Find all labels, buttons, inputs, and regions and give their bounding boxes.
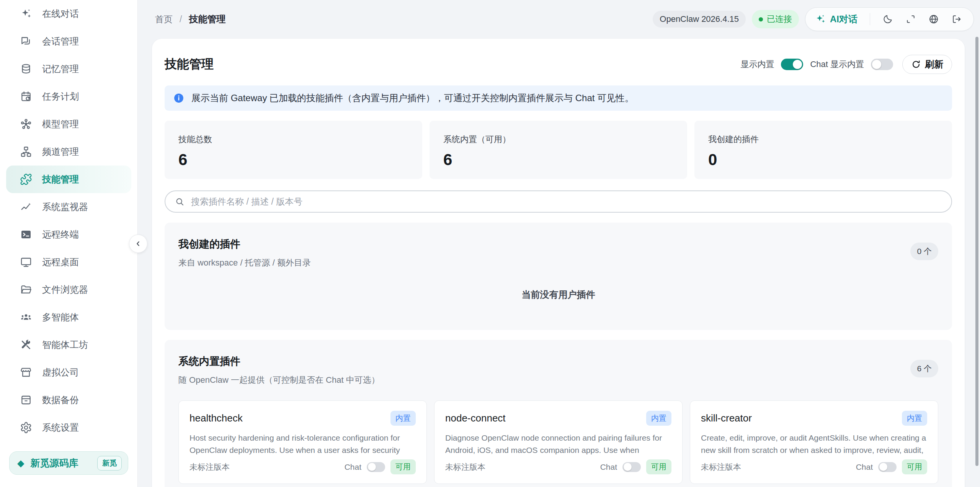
search-input[interactable] [190, 196, 942, 207]
activity-icon [20, 201, 32, 213]
sidebar-item-label: 系统设置 [42, 421, 79, 434]
chat-toggle-switch[interactable] [622, 462, 641, 472]
chat-toggle-label: Chat [856, 462, 873, 472]
archive-icon [20, 394, 32, 406]
sidebar-item-online-chat[interactable]: 在线对话 [6, 0, 131, 28]
stat-value: 6 [443, 151, 673, 169]
section-header-text: 系统内置插件 随 OpenClaw 一起提供（可控制是否在 Chat 中可选） [178, 354, 380, 386]
section-header-text: 我创建的插件 来自 workspace / 托管源 / 额外目录 [178, 237, 311, 269]
section-header: 我创建的插件 来自 workspace / 托管源 / 额外目录 0 个 [178, 237, 938, 269]
sidebar-item-tasks[interactable]: 任务计划 [6, 83, 131, 110]
stats-row: 技能总数 6 系统内置（可用） 6 我创建的插件 0 [165, 121, 952, 179]
sidebar-item-label: 多智能体 [42, 311, 79, 323]
plugin-card-healthcheck: healthcheck 内置 Host security hardening a… [178, 400, 427, 484]
toggle-chat-label: Chat 显示内置 [810, 59, 864, 70]
expand-icon[interactable] [905, 14, 916, 25]
plugin-version: 未标注版本 [701, 462, 741, 472]
switch-knob [872, 60, 881, 69]
gear-icon [20, 421, 32, 434]
status-dot-icon [759, 17, 763, 21]
sidebar-item-label: 虚拟公司 [42, 366, 79, 379]
top-header: 首页 / 技能管理 OpenClaw 2026.4.15 已连接 AI对话 [138, 0, 980, 38]
section-subtitle: 随 OpenClaw 一起提供（可控制是否在 Chat 中可选） [178, 374, 380, 386]
sidebar-item-skills[interactable]: 技能管理 [6, 166, 131, 193]
sidebar-item-models[interactable]: 模型管理 [6, 110, 131, 138]
toggle-builtin-switch[interactable] [781, 59, 803, 70]
page-title: 技能管理 [165, 56, 214, 73]
breadcrumb-home[interactable]: 首页 [155, 13, 173, 25]
sidebar-item-channels[interactable]: 频道管理 [6, 138, 131, 166]
sidebar-item-label: 远程终端 [42, 228, 79, 241]
sidebar-item-settings[interactable]: 系统设置 [6, 414, 131, 441]
sparkles-icon [20, 8, 32, 20]
sidebar-item-sessions[interactable]: 会话管理 [6, 28, 131, 55]
globe-icon[interactable] [928, 14, 939, 25]
stat-label: 技能总数 [178, 134, 408, 145]
connection-status-badge: 已连接 [752, 10, 799, 28]
section-header: 系统内置插件 随 OpenClaw 一起提供（可控制是否在 Chat 中可选） … [178, 354, 938, 386]
logout-icon[interactable] [951, 14, 962, 25]
sidebar-item-memory[interactable]: 记忆管理 [6, 55, 131, 83]
plugin-version: 未标注版本 [189, 462, 230, 472]
sidebar-item-label: 数据备份 [42, 394, 79, 406]
section-count-badge: 6 个 [910, 360, 938, 377]
refresh-button[interactable]: 刷新 [902, 55, 952, 74]
sidebar-item-backup[interactable]: 数据备份 [6, 386, 131, 414]
builtin-badge: 内置 [646, 411, 671, 426]
plugin-card-skill-creator: skill-creator 内置 Create, edit, improve, … [690, 400, 938, 484]
chat-toggle-switch[interactable] [878, 462, 897, 472]
sidebar-promo-xinmi-repo[interactable]: ◆ 新觅源码库 新觅 [9, 451, 128, 475]
builtin-badge: 内置 [390, 411, 416, 426]
ai-chat-button[interactable]: AI对话 [815, 13, 858, 25]
header-control-group: AI对话 [805, 7, 974, 31]
sidebar-collapse-button[interactable] [129, 234, 147, 253]
chat-toggle-switch[interactable] [367, 462, 385, 472]
sidebar-item-agent-workshop[interactable]: 智能体工坊 [6, 331, 131, 359]
stat-card-total-skills: 技能总数 6 [165, 121, 422, 179]
toggle-builtin-label: 显示内置 [740, 59, 774, 70]
stat-card-my-plugins: 我创建的插件 0 [694, 121, 952, 179]
refresh-label: 刷新 [925, 58, 943, 71]
stat-card-builtin-available: 系统内置（可用） 6 [430, 121, 687, 179]
switch-knob [879, 463, 887, 471]
sidebar-item-files[interactable]: 文件浏览器 [6, 276, 131, 303]
plugin-name: node-connect [445, 412, 506, 424]
header-right-cluster: OpenClaw 2026.4.15 已连接 AI对话 [653, 7, 974, 31]
moon-icon[interactable] [882, 14, 893, 25]
plugin-description: Create, edit, improve, or audit AgentSki… [701, 432, 927, 459]
user-plugins-section: 我创建的插件 来自 workspace / 托管源 / 额外目录 0 个 当前没… [165, 223, 952, 330]
breadcrumb-current: 技能管理 [189, 13, 225, 25]
tools-icon [20, 339, 32, 351]
plugin-name: skill-creator [701, 412, 752, 424]
section-subtitle: 来自 workspace / 托管源 / 额外目录 [178, 257, 311, 269]
sidebar-item-remote-desktop[interactable]: 远程桌面 [6, 248, 131, 276]
divider [870, 13, 870, 25]
page-header-controls: 显示内置 Chat 显示内置 刷新 [740, 55, 952, 74]
sidebar-item-label: 频道管理 [42, 146, 79, 158]
plugin-name: healthcheck [189, 412, 243, 424]
sidebar-item-monitor[interactable]: 系统监视器 [6, 193, 131, 221]
plugin-card-footer: 未标注版本 Chat 可用 [445, 459, 671, 474]
sidebar-item-label: 会话管理 [42, 35, 79, 48]
toggle-chat-switch[interactable] [871, 59, 893, 70]
sidebar-item-multi-agent[interactable]: 多智能体 [6, 303, 131, 331]
builtin-badge: 内置 [902, 411, 927, 426]
refresh-icon [911, 59, 921, 69]
info-banner: 展示当前 Gateway 已加载的技能插件（含内置与用户插件），可通过开关控制内… [165, 85, 952, 111]
sidebar-item-label: 记忆管理 [42, 63, 79, 75]
plugin-grid: healthcheck 内置 Host security hardening a… [178, 400, 938, 487]
sidebar-item-label: 技能管理 [42, 173, 79, 185]
section-count-badge: 0 个 [910, 243, 938, 260]
plugin-card-footer: 未标注版本 Chat 可用 [701, 459, 927, 474]
sidebar-item-terminal[interactable]: 远程终端 [6, 221, 131, 248]
diamond-icon: ◆ [17, 459, 24, 468]
sidebar-item-virtual-company[interactable]: 虚拟公司 [6, 359, 131, 386]
stat-value: 6 [178, 151, 408, 169]
chat-toggle-label: Chat [600, 462, 617, 472]
chat-toggle-label: Chat [345, 462, 361, 472]
page-scrollbar[interactable] [975, 37, 978, 466]
breadcrumb-separator: / [180, 14, 182, 25]
plugin-card-header: skill-creator 内置 [701, 411, 927, 426]
plugin-card-footer: 未标注版本 Chat 可用 [189, 459, 416, 474]
promo-badge: 新觅 [97, 456, 122, 471]
